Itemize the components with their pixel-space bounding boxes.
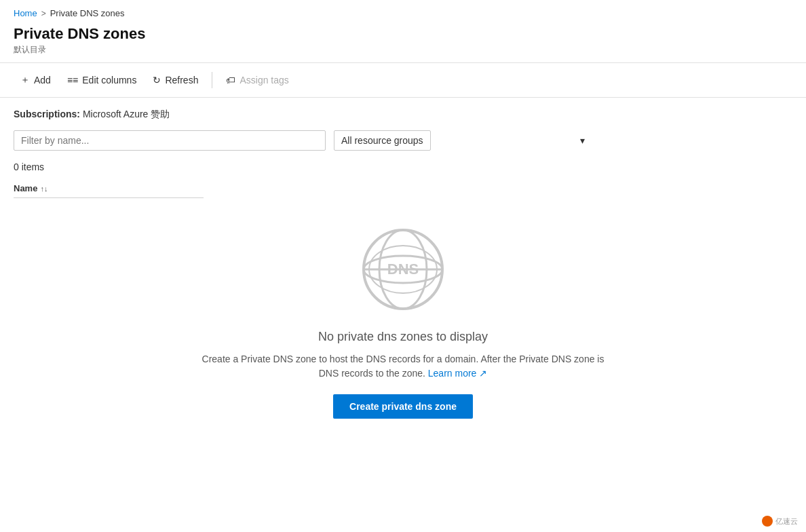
edit-columns-label: Edit columns — [82, 75, 136, 86]
external-link-icon: ↗ — [479, 368, 487, 379]
create-btn-label: Create private dns zone — [349, 401, 457, 412]
empty-description-text1: Create a Private DNS zone to host the DN… — [202, 354, 604, 364]
add-label: Add — [34, 75, 51, 86]
dns-globe-icon: DNS — [359, 225, 447, 314]
subscriptions-key: Subscriptions: — [14, 109, 80, 119]
items-count: 0 items — [14, 162, 792, 172]
breadcrumb-home-link[interactable]: Home — [14, 8, 37, 18]
learn-more-link[interactable]: Learn more ↗ — [428, 368, 487, 379]
create-private-dns-zone-button[interactable]: Create private dns zone — [333, 394, 473, 419]
columns-icon: ≡≡ — [67, 75, 78, 86]
page-title: Private DNS zones — [14, 25, 792, 43]
add-button[interactable]: ＋ Add — [14, 70, 58, 90]
sort-icon: ↑↓ — [40, 185, 47, 193]
toolbar: ＋ Add ≡≡ Edit columns ↻ Refresh 🏷 Assign… — [0, 63, 806, 98]
svg-text:DNS: DNS — [387, 261, 419, 278]
tag-icon: 🏷 — [226, 75, 235, 86]
breadcrumb: Home > Private DNS zones — [0, 0, 806, 22]
name-column-header[interactable]: Name ↑↓ — [14, 183, 47, 193]
learn-more-label: Learn more — [428, 368, 477, 379]
filter-row: All resource groups — [14, 130, 792, 151]
edit-columns-button[interactable]: ≡≡ Edit columns — [60, 71, 144, 90]
subscriptions-label: Subscriptions: Microsoft Azure 赞助 — [14, 109, 792, 121]
empty-state-title: No private dns zones to display — [318, 330, 488, 344]
name-column-label: Name — [14, 183, 37, 193]
refresh-button[interactable]: ↻ Refresh — [146, 71, 205, 90]
filter-by-name-input[interactable] — [14, 130, 326, 151]
content-area: Subscriptions: Microsoft Azure 赞助 All re… — [0, 98, 806, 443]
resource-group-wrapper: All resource groups — [334, 130, 592, 151]
subscriptions-value-text: Microsoft Azure 赞助 — [83, 109, 170, 119]
page-header: Private DNS zones 默认目录 — [0, 22, 806, 63]
page-subtitle: 默认目录 — [14, 44, 792, 56]
empty-state: DNS No private dns zones to display Crea… — [14, 198, 792, 432]
refresh-label: Refresh — [165, 75, 198, 86]
plus-icon: ＋ — [20, 74, 30, 86]
assign-tags-button[interactable]: 🏷 Assign tags — [219, 71, 295, 90]
breadcrumb-separator: > — [41, 9, 46, 18]
table-header: Name ↑↓ — [14, 179, 204, 198]
resource-group-select[interactable]: All resource groups — [334, 130, 431, 151]
assign-tags-label: Assign tags — [239, 75, 288, 86]
refresh-icon: ↻ — [153, 75, 161, 86]
breadcrumb-current: Private DNS zones — [50, 8, 125, 18]
toolbar-divider — [212, 72, 212, 88]
empty-description-text2: DNS records to the zone. — [319, 368, 425, 379]
empty-state-description: Create a Private DNS zone to host the DN… — [202, 352, 604, 381]
